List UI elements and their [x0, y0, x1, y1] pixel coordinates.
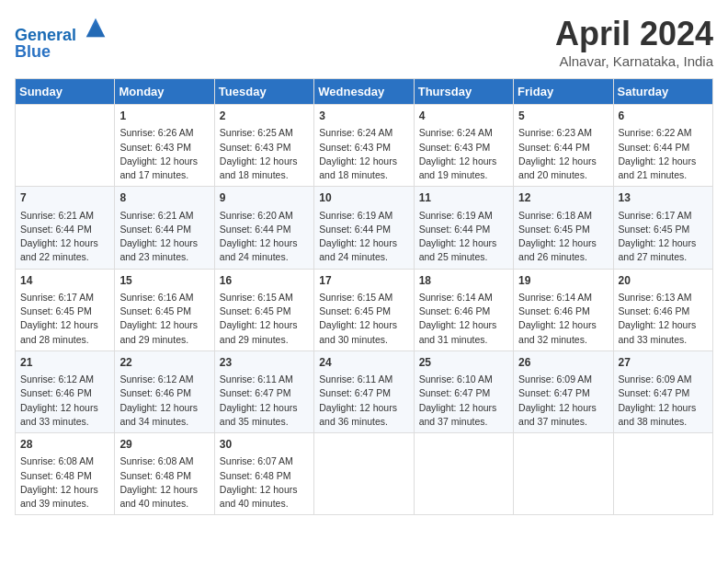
cell-content: Sunrise: 6:14 AM: [518, 291, 608, 304]
calendar-cell: 22Sunrise: 6:12 AMSunset: 6:46 PMDayligh…: [115, 350, 214, 432]
calendar-week-4: 21Sunrise: 6:12 AMSunset: 6:46 PMDayligh…: [16, 350, 713, 432]
day-number: 21: [20, 355, 109, 371]
cell-content: Daylight: 12 hours and 40 minutes.: [220, 483, 309, 511]
calendar-cell: 21Sunrise: 6:12 AMSunset: 6:46 PMDayligh…: [16, 350, 115, 432]
page-header: General Blue April 2024 Alnavar, Karnata…: [15, 15, 713, 69]
cell-content: Sunset: 6:43 PM: [419, 141, 508, 155]
day-number: 2: [220, 109, 309, 124]
calendar-cell: 24Sunrise: 6:11 AMSunset: 6:47 PMDayligh…: [314, 350, 414, 432]
day-number: 8: [119, 190, 209, 206]
cell-content: Sunrise: 6:22 AM: [619, 126, 708, 140]
cell-content: Daylight: 12 hours and 28 minutes.: [20, 318, 109, 346]
calendar-cell: 12Sunrise: 6:18 AMSunset: 6:45 PMDayligh…: [514, 187, 613, 269]
day-number: 30: [220, 437, 309, 453]
cell-content: Sunset: 6:45 PM: [119, 304, 209, 318]
calendar-cell: 9Sunrise: 6:20 AMSunset: 6:44 PMDaylight…: [214, 187, 313, 269]
cell-content: Daylight: 12 hours and 32 minutes.: [518, 318, 608, 346]
header-day-wednesday: Wednesday: [314, 79, 414, 105]
cell-content: Sunset: 6:45 PM: [20, 304, 109, 318]
day-number: 28: [20, 437, 109, 453]
cell-content: Sunset: 6:45 PM: [518, 223, 608, 236]
cell-content: Daylight: 12 hours and 19 minutes.: [419, 155, 508, 182]
cell-content: Sunrise: 6:08 AM: [20, 454, 109, 468]
cell-content: Daylight: 12 hours and 21 minutes.: [619, 155, 708, 182]
header-day-saturday: Saturday: [613, 79, 712, 105]
cell-content: Sunset: 6:43 PM: [220, 141, 309, 155]
calendar-cell: 3Sunrise: 6:24 AMSunset: 6:43 PMDaylight…: [314, 105, 414, 187]
cell-content: Daylight: 12 hours and 18 minutes.: [319, 155, 408, 182]
cell-content: Daylight: 12 hours and 35 minutes.: [220, 401, 309, 429]
calendar-cell: [613, 433, 712, 515]
day-number: 10: [319, 190, 408, 206]
cell-content: Sunrise: 6:17 AM: [619, 209, 708, 223]
day-number: 14: [20, 273, 109, 289]
header-day-sunday: Sunday: [16, 79, 115, 105]
cell-content: Sunset: 6:46 PM: [20, 386, 109, 400]
calendar-cell: 16Sunrise: 6:15 AMSunset: 6:45 PMDayligh…: [214, 269, 313, 350]
calendar-week-1: 1Sunrise: 6:26 AMSunset: 6:43 PMDaylight…: [16, 105, 713, 187]
cell-content: Sunset: 6:46 PM: [419, 304, 508, 318]
cell-content: Daylight: 12 hours and 17 minutes.: [119, 155, 209, 182]
calendar-cell: 2Sunrise: 6:25 AMSunset: 6:43 PMDaylight…: [214, 105, 313, 187]
day-number: 7: [20, 190, 109, 206]
cell-content: Sunrise: 6:15 AM: [319, 291, 408, 304]
cell-content: Sunset: 6:44 PM: [619, 141, 708, 155]
day-number: 4: [419, 109, 508, 124]
calendar-cell: 5Sunrise: 6:23 AMSunset: 6:44 PMDaylight…: [514, 105, 613, 187]
cell-content: Daylight: 12 hours and 24 minutes.: [220, 236, 309, 264]
calendar-cell: 11Sunrise: 6:19 AMSunset: 6:44 PMDayligh…: [414, 187, 513, 269]
cell-content: Sunrise: 6:19 AM: [419, 209, 508, 223]
cell-content: Sunset: 6:47 PM: [319, 386, 408, 400]
cell-content: Daylight: 12 hours and 33 minutes.: [619, 318, 708, 346]
cell-content: Sunrise: 6:25 AM: [220, 126, 309, 140]
calendar-cell: 29Sunrise: 6:08 AMSunset: 6:48 PMDayligh…: [115, 433, 214, 515]
cell-content: Sunset: 6:44 PM: [220, 223, 309, 236]
cell-content: Daylight: 12 hours and 18 minutes.: [220, 155, 309, 182]
cell-content: Sunrise: 6:21 AM: [119, 209, 209, 223]
cell-content: Daylight: 12 hours and 36 minutes.: [319, 401, 408, 429]
header-day-thursday: Thursday: [414, 79, 513, 105]
calendar-cell: 1Sunrise: 6:26 AMSunset: 6:43 PMDaylight…: [115, 105, 214, 187]
cell-content: Daylight: 12 hours and 37 minutes.: [518, 401, 608, 429]
cell-content: Sunrise: 6:10 AM: [419, 373, 508, 386]
cell-content: Sunset: 6:43 PM: [319, 141, 408, 155]
header-day-monday: Monday: [115, 79, 214, 105]
day-number: 23: [220, 355, 309, 371]
day-number: 24: [319, 355, 408, 371]
logo-text: General: [15, 15, 108, 46]
svg-marker-1: [86, 23, 106, 37]
logo: General Blue: [15, 15, 108, 62]
day-number: 17: [319, 273, 408, 289]
header-day-friday: Friday: [514, 79, 613, 105]
calendar-week-2: 7Sunrise: 6:21 AMSunset: 6:44 PMDaylight…: [16, 187, 713, 269]
cell-content: Sunrise: 6:18 AM: [518, 209, 608, 223]
day-number: 18: [419, 273, 508, 289]
cell-content: Sunset: 6:46 PM: [518, 304, 608, 318]
calendar-cell: 25Sunrise: 6:10 AMSunset: 6:47 PMDayligh…: [414, 350, 513, 432]
cell-content: Daylight: 12 hours and 29 minutes.: [119, 318, 209, 346]
cell-content: Sunset: 6:47 PM: [518, 386, 608, 400]
header-day-tuesday: Tuesday: [214, 79, 313, 105]
calendar-cell: 20Sunrise: 6:13 AMSunset: 6:46 PMDayligh…: [613, 269, 712, 350]
cell-content: Sunrise: 6:13 AM: [619, 291, 708, 304]
cell-content: Daylight: 12 hours and 20 minutes.: [518, 155, 608, 182]
cell-content: Sunrise: 6:07 AM: [220, 454, 309, 468]
cell-content: Sunrise: 6:16 AM: [119, 291, 209, 304]
day-number: 29: [119, 437, 209, 453]
cell-content: Sunrise: 6:14 AM: [419, 291, 508, 304]
cell-content: Sunrise: 6:23 AM: [518, 126, 608, 140]
day-number: 13: [619, 190, 708, 206]
calendar-cell: 27Sunrise: 6:09 AMSunset: 6:47 PMDayligh…: [613, 350, 712, 432]
cell-content: Sunset: 6:44 PM: [518, 141, 608, 155]
cell-content: Sunrise: 6:12 AM: [20, 373, 109, 386]
main-title: April 2024: [555, 15, 713, 53]
day-number: 16: [220, 273, 309, 289]
cell-content: Daylight: 12 hours and 33 minutes.: [20, 401, 109, 429]
day-number: 27: [619, 355, 708, 371]
cell-content: Sunset: 6:47 PM: [619, 386, 708, 400]
cell-content: Daylight: 12 hours and 30 minutes.: [319, 318, 408, 346]
calendar-week-5: 28Sunrise: 6:08 AMSunset: 6:48 PMDayligh…: [16, 433, 713, 515]
cell-content: Sunrise: 6:11 AM: [319, 373, 408, 386]
calendar-table: SundayMondayTuesdayWednesdayThursdayFrid…: [15, 78, 713, 515]
cell-content: Sunset: 6:47 PM: [419, 386, 508, 400]
